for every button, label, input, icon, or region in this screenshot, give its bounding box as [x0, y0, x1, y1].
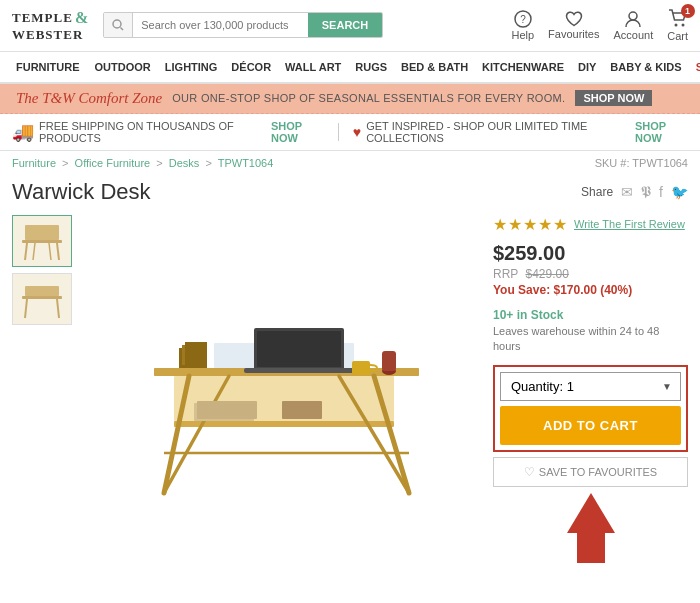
- share-label: Share: [581, 185, 613, 199]
- thumbnail-1[interactable]: [12, 215, 72, 267]
- account-label: Account: [613, 29, 653, 41]
- favourites-icon-item[interactable]: Favourites: [548, 11, 599, 40]
- nav-item-furniture[interactable]: FURNITURE: [8, 52, 88, 82]
- nav-item-outdoor[interactable]: OUTDOOR: [88, 52, 158, 82]
- svg-point-4: [629, 12, 637, 20]
- arrow-shaft: [577, 533, 605, 563]
- svg-rect-38: [282, 401, 322, 419]
- svg-line-16: [57, 299, 59, 318]
- breadcrumb-sku-id: TPWT1064: [218, 157, 274, 169]
- breadcrumb-sep1: >: [62, 157, 68, 169]
- delivery-info: Leaves warehouse within 24 to 48 hours: [493, 324, 688, 355]
- star-rating: ★★★★★: [493, 215, 568, 234]
- main-nav: FURNITURE OUTDOOR LIGHTING DÉCOR WALL AR…: [0, 52, 700, 84]
- svg-rect-13: [22, 296, 62, 299]
- facebook-share-icon[interactable]: f: [659, 184, 663, 200]
- promo-shop-now-button[interactable]: SHOP NOW: [575, 90, 652, 106]
- product-title: Warwick Desk: [12, 179, 151, 205]
- help-icon-item[interactable]: ? Help: [511, 10, 534, 41]
- cart-icon-item[interactable]: 1 Cart: [667, 9, 688, 42]
- search-button[interactable]: SEARCH: [308, 13, 382, 37]
- svg-line-11: [33, 243, 35, 260]
- nav-item-diy[interactable]: DIY: [571, 52, 603, 82]
- cart-badge: 1: [681, 4, 695, 18]
- rrp-price: $429.00: [525, 267, 568, 281]
- svg-point-5: [674, 23, 677, 26]
- shipping-shop-now-link[interactable]: SHOP NOW: [271, 120, 324, 144]
- nav-item-bedbath[interactable]: BED & BATH: [394, 52, 475, 82]
- promo-description: OUR ONE-STOP SHOP OF SEASONAL ESSENTIALS…: [172, 92, 565, 104]
- nav-item-decor[interactable]: DÉCOR: [224, 52, 278, 82]
- breadcrumb-office[interactable]: Office Furniture: [75, 157, 151, 169]
- price-save: You Save: $170.00 (40%): [493, 283, 688, 297]
- breadcrumb-desks[interactable]: Desks: [169, 157, 200, 169]
- favourites-label: Favourites: [548, 28, 599, 40]
- quantity-selector[interactable]: Quantity: 1 Quantity: 2 Quantity: 3 Quan…: [501, 373, 680, 400]
- svg-point-0: [113, 20, 121, 28]
- nav-item-lighting[interactable]: LIGHTING: [158, 52, 225, 82]
- thumbnail-2[interactable]: [12, 273, 72, 325]
- logo-ampersand: &: [75, 8, 89, 27]
- product-details-panel: ★★★★★ Write The First Review $259.00 RRP…: [493, 213, 688, 563]
- nav-item-babykids[interactable]: BABY & KIDS: [603, 52, 688, 82]
- save-fav-label: SAVE TO FAVOURITES: [539, 466, 657, 478]
- main-product-image: [84, 213, 483, 563]
- breadcrumb-sep3: >: [205, 157, 211, 169]
- nav-item-sale[interactable]: SALE: [689, 52, 700, 82]
- breadcrumb: Furniture > Office Furniture > Desks > T…: [12, 157, 273, 169]
- breadcrumb-furniture[interactable]: Furniture: [12, 157, 56, 169]
- inspired-shop-now-link[interactable]: SHOP NOW: [635, 120, 688, 144]
- logo[interactable]: TEMPLE & WEBSTER: [12, 8, 89, 43]
- svg-rect-8: [25, 225, 59, 240]
- share-row: Share ✉ 𝕻 f 🐦: [581, 183, 688, 200]
- account-icon-item[interactable]: Account: [613, 10, 653, 41]
- save-to-favourites-button[interactable]: ♡ SAVE TO FAVOURITES: [493, 457, 688, 487]
- secondary-bar: 🚚 FREE SHIPPING ON THOUSANDS OF PRODUCTS…: [0, 114, 700, 151]
- svg-rect-35: [352, 361, 370, 375]
- svg-rect-29: [244, 368, 354, 373]
- bar-divider: [338, 123, 339, 141]
- quantity-selector-wrap: Quantity: 1 Quantity: 2 Quantity: 3 Quan…: [500, 372, 681, 401]
- search-bar: SEARCH: [103, 12, 383, 38]
- arrow-annotation: [493, 493, 688, 563]
- rrp-label: RRP: [493, 267, 518, 281]
- write-review-link[interactable]: Write The First Review: [574, 218, 685, 230]
- desk-illustration: [114, 253, 454, 523]
- product-title-row: Warwick Desk Share ✉ 𝕻 f 🐦: [0, 175, 700, 213]
- svg-rect-34: [382, 351, 396, 371]
- header: TEMPLE & WEBSTER SEARCH ? Help Favourite…: [0, 0, 700, 52]
- thumbnail-list: [12, 213, 74, 563]
- breadcrumb-sep2: >: [156, 157, 162, 169]
- email-share-icon[interactable]: ✉: [621, 184, 633, 200]
- svg-rect-14: [25, 286, 59, 296]
- sku-text: SKU #: TPWT1064: [595, 157, 688, 169]
- inspired-text: GET INSPIRED - SHOP OUR LIMITED TIME COL…: [366, 120, 629, 144]
- rating-row: ★★★★★ Write The First Review: [493, 215, 688, 234]
- nav-item-rugs[interactable]: RUGS: [348, 52, 394, 82]
- nav-item-kitchenware[interactable]: KITCHENWARE: [475, 52, 571, 82]
- pinterest-share-icon[interactable]: 𝕻: [641, 183, 651, 200]
- shipping-text: FREE SHIPPING ON THOUSANDS OF PRODUCTS: [39, 120, 265, 144]
- svg-line-15: [25, 299, 27, 318]
- svg-line-10: [57, 243, 59, 260]
- header-icons: ? Help Favourites Account 1 Cart: [511, 9, 688, 42]
- svg-rect-7: [22, 240, 62, 243]
- promo-banner: The T&W Comfort Zone OUR ONE-STOP SHOP O…: [0, 84, 700, 114]
- nav-item-wallart[interactable]: WALL ART: [278, 52, 348, 82]
- svg-rect-32: [185, 342, 207, 368]
- arrow-head-icon: [567, 493, 615, 533]
- svg-point-6: [681, 23, 684, 26]
- cart-label: Cart: [667, 30, 688, 42]
- twitter-share-icon[interactable]: 🐦: [671, 184, 688, 200]
- svg-rect-28: [257, 331, 341, 367]
- price-rrp-row: RRP $429.00: [493, 267, 688, 281]
- product-section: ★★★★★ Write The First Review $259.00 RRP…: [0, 213, 700, 575]
- price-main: $259.00: [493, 242, 688, 265]
- add-to-cart-button[interactable]: ADD TO CART: [500, 406, 681, 445]
- stock-info: 10+ in Stock: [493, 307, 688, 322]
- stock-status: 10+ in Stock: [493, 308, 563, 322]
- svg-line-12: [49, 243, 51, 260]
- search-input[interactable]: [133, 13, 308, 37]
- help-label: Help: [511, 29, 534, 41]
- breadcrumb-sku-row: Furniture > Office Furniture > Desks > T…: [0, 151, 700, 175]
